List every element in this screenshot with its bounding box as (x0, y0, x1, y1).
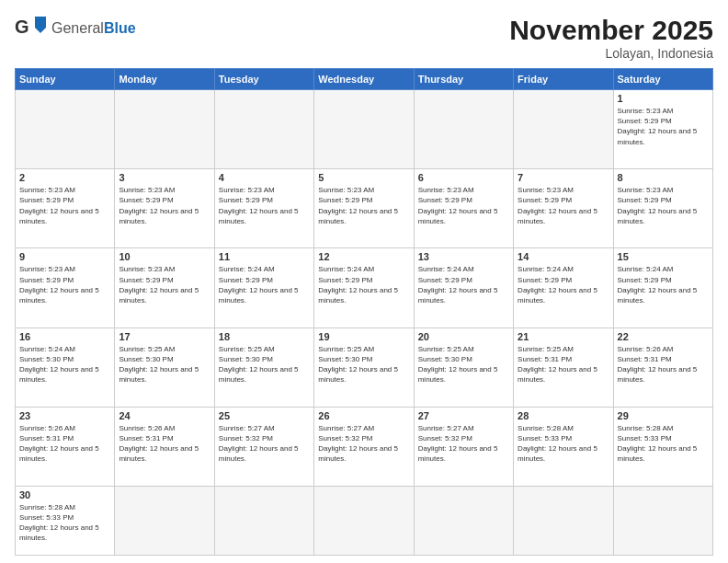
day-4: 4Sunrise: 5:23 AMSunset: 5:29 PMDaylight… (214, 169, 313, 248)
day-14: 14Sunrise: 5:24 AMSunset: 5:29 PMDayligh… (514, 248, 613, 327)
table-row: 30Sunrise: 5:28 AMSunset: 5:33 PMDayligh… (16, 486, 713, 555)
day-25: 25Sunrise: 5:27 AMSunset: 5:32 PMDayligh… (214, 407, 313, 486)
day-29: 29Sunrise: 5:28 AMSunset: 5:33 PMDayligh… (613, 407, 712, 486)
day-17: 17Sunrise: 5:25 AMSunset: 5:30 PMDayligh… (115, 327, 214, 407)
day-9: 9Sunrise: 5:23 AMSunset: 5:29 PMDaylight… (16, 248, 115, 327)
day-24: 24Sunrise: 5:26 AMSunset: 5:31 PMDayligh… (115, 407, 214, 486)
svg-marker-1 (35, 17, 46, 28)
header-sunday: Sunday (16, 69, 115, 90)
day-13: 13Sunrise: 5:24 AMSunset: 5:29 PMDayligh… (414, 248, 513, 327)
day-26: 26Sunrise: 5:27 AMSunset: 5:32 PMDayligh… (314, 407, 414, 486)
header-thursday: Thursday (414, 69, 513, 90)
empty-cell (414, 90, 513, 169)
logo: G GeneralBlue (15, 15, 136, 42)
empty-cell (514, 486, 613, 555)
logo-wordmark: GeneralBlue (51, 20, 136, 37)
table-row: 2Sunrise: 5:23 AMSunset: 5:29 PMDaylight… (16, 169, 713, 248)
header-saturday: Saturday (613, 69, 712, 90)
day-2: 2Sunrise: 5:23 AMSunset: 5:29 PMDaylight… (16, 169, 115, 248)
empty-cell (613, 486, 712, 555)
empty-cell (514, 90, 613, 169)
page: G GeneralBlue November 2025 Lolayan, Ind… (0, 0, 728, 563)
day-21: 21Sunrise: 5:25 AMSunset: 5:31 PMDayligh… (514, 327, 613, 407)
header: G GeneralBlue November 2025 Lolayan, Ind… (15, 15, 713, 61)
title-block: November 2025 Lolayan, Indonesia (509, 15, 713, 61)
weekday-header-row: Sunday Monday Tuesday Wednesday Thursday… (16, 69, 713, 90)
logo-icon: G (15, 15, 48, 42)
month-title: November 2025 (509, 15, 713, 46)
day-20: 20Sunrise: 5:25 AMSunset: 5:30 PMDayligh… (414, 327, 513, 407)
table-row: 16Sunrise: 5:24 AMSunset: 5:30 PMDayligh… (16, 327, 713, 407)
empty-cell (115, 90, 214, 169)
svg-marker-2 (35, 28, 46, 33)
header-tuesday: Tuesday (214, 69, 313, 90)
location: Lolayan, Indonesia (509, 46, 713, 61)
day-23: 23Sunrise: 5:26 AMSunset: 5:31 PMDayligh… (16, 407, 115, 486)
empty-cell (214, 90, 313, 169)
day-30: 30Sunrise: 5:28 AMSunset: 5:33 PMDayligh… (16, 486, 115, 555)
day-1: 1 Sunrise: 5:23 AMSunset: 5:29 PMDayligh… (613, 90, 712, 169)
svg-text:G: G (15, 17, 29, 37)
day-16: 16Sunrise: 5:24 AMSunset: 5:30 PMDayligh… (16, 327, 115, 407)
day-15: 15Sunrise: 5:24 AMSunset: 5:29 PMDayligh… (613, 248, 712, 327)
empty-cell (314, 90, 414, 169)
day-10: 10Sunrise: 5:23 AMSunset: 5:29 PMDayligh… (115, 248, 214, 327)
day-19: 19Sunrise: 5:25 AMSunset: 5:30 PMDayligh… (314, 327, 414, 407)
day-6: 6Sunrise: 5:23 AMSunset: 5:29 PMDaylight… (414, 169, 513, 248)
day-27: 27Sunrise: 5:27 AMSunset: 5:32 PMDayligh… (414, 407, 513, 486)
day-8: 8Sunrise: 5:23 AMSunset: 5:29 PMDaylight… (613, 169, 712, 248)
day-22: 22Sunrise: 5:26 AMSunset: 5:31 PMDayligh… (613, 327, 712, 407)
day-7: 7Sunrise: 5:23 AMSunset: 5:29 PMDaylight… (514, 169, 613, 248)
empty-cell (115, 486, 214, 555)
header-wednesday: Wednesday (314, 69, 414, 90)
day-28: 28Sunrise: 5:28 AMSunset: 5:33 PMDayligh… (514, 407, 613, 486)
day-5: 5Sunrise: 5:23 AMSunset: 5:29 PMDaylight… (314, 169, 414, 248)
empty-cell (16, 90, 115, 169)
day-11: 11Sunrise: 5:24 AMSunset: 5:29 PMDayligh… (214, 248, 313, 327)
header-friday: Friday (514, 69, 613, 90)
table-row: 23Sunrise: 5:26 AMSunset: 5:31 PMDayligh… (16, 407, 713, 486)
day-18: 18Sunrise: 5:25 AMSunset: 5:30 PMDayligh… (214, 327, 313, 407)
calendar-table: Sunday Monday Tuesday Wednesday Thursday… (15, 68, 713, 556)
day-3: 3Sunrise: 5:23 AMSunset: 5:29 PMDaylight… (115, 169, 214, 248)
empty-cell (214, 486, 313, 555)
empty-cell (414, 486, 513, 555)
table-row: 1 Sunrise: 5:23 AMSunset: 5:29 PMDayligh… (16, 90, 713, 169)
header-monday: Monday (115, 69, 214, 90)
empty-cell (314, 486, 414, 555)
table-row: 9Sunrise: 5:23 AMSunset: 5:29 PMDaylight… (16, 248, 713, 327)
day-12: 12Sunrise: 5:24 AMSunset: 5:29 PMDayligh… (314, 248, 414, 327)
